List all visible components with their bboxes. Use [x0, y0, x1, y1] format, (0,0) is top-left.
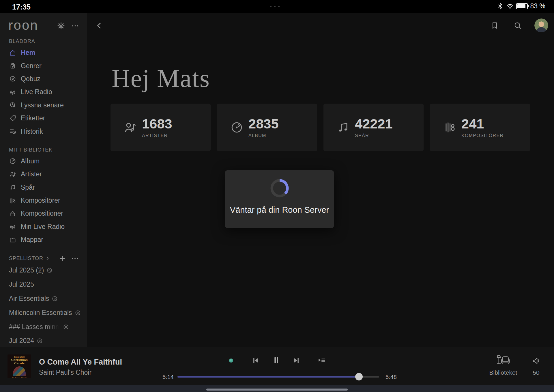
album-art-line1: Favourite — [8, 356, 31, 358]
loading-spinner — [269, 178, 290, 199]
playlist-label: Jul 2025 (2) — [9, 266, 44, 274]
composer-stat-icon — [443, 121, 456, 134]
sidebar-item-etiketter[interactable]: Etiketter — [0, 112, 87, 125]
next-track-icon[interactable] — [292, 356, 301, 365]
playlist-item-jul-2024[interactable]: Jul 2024 — [0, 334, 87, 347]
wifi-icon — [506, 3, 514, 10]
sidebar-item-label: Genrer — [21, 62, 42, 70]
home-indicator[interactable] — [206, 389, 348, 391]
chevron-right-icon — [44, 255, 51, 262]
playlist-item-jul-2025[interactable]: Jul 2025 — [0, 277, 87, 292]
player-bar: Favourite Christmas Carols St Pauls Choi… — [0, 347, 554, 385]
nav-section-title: MITT BIBLIOTEK — [9, 145, 87, 155]
playlists-title[interactable]: SPELLISTOR — [9, 253, 51, 263]
greeting-title: Hej Mats — [112, 64, 210, 93]
sidebar-item-label: Kompositioner — [21, 210, 63, 217]
volume-control[interactable]: 50 — [529, 356, 544, 376]
album-art-line3: St Pauls Choir — [8, 377, 31, 378]
seek-bar[interactable] — [177, 376, 379, 378]
sidebar-sections: BLÄDDRAHemGenrerQobuzLive RadioLyssna se… — [0, 36, 87, 246]
roon-logo: roon — [8, 17, 38, 33]
compositions-icon — [9, 210, 16, 217]
avatar[interactable] — [534, 18, 548, 32]
previous-track-icon[interactable] — [251, 356, 260, 365]
tracks-icon — [9, 184, 16, 191]
sidebar-item-label: Qobuz — [21, 75, 40, 83]
home-icon — [9, 49, 16, 57]
qobuz-badge-icon — [37, 338, 43, 344]
add-playlist-icon[interactable] — [58, 254, 66, 262]
genres-icon — [9, 62, 16, 70]
sidebar-item-artister[interactable]: Artister — [0, 168, 87, 181]
queue-icon[interactable] — [317, 356, 326, 365]
playlist-item-millencolin-essentials[interactable]: Millencolin Essentials — [0, 306, 87, 320]
artist-stat-icon — [123, 121, 137, 134]
stat-card-sp-r[interactable]: 42221SPÅR — [323, 104, 424, 151]
playlist-label: ### Lasses minnescen — [9, 323, 60, 331]
sidebar-item-min-live-radio[interactable]: Min Live Radio — [0, 220, 87, 233]
track-artist[interactable]: Saint Paul's Choir — [39, 369, 91, 376]
composers-icon — [9, 197, 16, 204]
album-art-window — [13, 366, 26, 376]
stat-card-artister[interactable]: 1683ARTISTER — [111, 104, 211, 151]
stat-label: ARTISTER — [142, 133, 172, 138]
seek-bar-knob[interactable] — [355, 373, 363, 380]
playlists-overflow-icon[interactable] — [71, 254, 79, 262]
playlist-item-jul-2025-2[interactable]: Jul 2025 (2) — [0, 263, 87, 277]
live-radio-icon — [9, 223, 16, 230]
live-radio-icon — [9, 88, 16, 96]
sidebar-item-historik[interactable]: Historik — [0, 125, 87, 138]
sidebar-item-label: Min Live Radio — [21, 223, 65, 231]
sidebar-item-album[interactable]: Album — [0, 155, 87, 168]
bottom-strip — [0, 385, 554, 392]
sidebar: roon BLÄDDRAHemGenrerQobuzLive RadioLyss… — [0, 13, 87, 347]
sidebar-item-lyssna-senare[interactable]: Lyssna senare — [0, 99, 87, 112]
playlist-list: Jul 2025 (2)Jul 2025Air EssentialsMillen… — [0, 263, 87, 347]
playlists-header: SPELLISTOR — [0, 253, 87, 263]
bookmark-icon[interactable] — [490, 21, 499, 30]
album-art[interactable]: Favourite Christmas Carols St Pauls Choi… — [8, 354, 31, 378]
speaker-icon — [531, 356, 541, 366]
sidebar-header: roon — [0, 19, 87, 33]
zone-picker[interactable]: Biblioteket — [486, 354, 520, 376]
sidebar-item-genrer[interactable]: Genrer — [0, 59, 87, 72]
volume-value: 50 — [529, 369, 544, 376]
status-bar: 17:35 83 % — [0, 0, 554, 13]
playlist-label: Jul 2025 — [9, 281, 34, 288]
settings-gear-icon[interactable] — [57, 22, 65, 30]
tags-icon — [9, 115, 16, 122]
qobuz-icon — [9, 75, 16, 83]
artists-icon — [9, 171, 16, 178]
nav-section-title: BLÄDDRA — [9, 36, 87, 46]
stat-label: KOMPOSITÖRER — [461, 133, 504, 138]
sidebar-item-sp-r[interactable]: Spår — [0, 181, 87, 194]
sidebar-item-mappar[interactable]: Mappar — [0, 233, 87, 246]
seek-bar-fill — [177, 376, 359, 378]
zone-label: Biblioteket — [486, 369, 520, 376]
qobuz-badge-icon — [75, 310, 81, 316]
sidebar-item-hem[interactable]: Hem — [0, 46, 87, 59]
back-chevron-icon[interactable] — [95, 21, 104, 30]
sidebar-item-label: Historik — [21, 128, 43, 135]
album-icon — [9, 157, 16, 165]
stat-label: ALBUM — [248, 133, 279, 138]
stat-card-komposit-rer[interactable]: 241KOMPOSITÖRER — [430, 104, 530, 151]
sidebar-item-qobuz[interactable]: Qobuz — [0, 72, 87, 85]
sidebar-item-label: Etiketter — [21, 114, 45, 122]
sidebar-overflow-icon[interactable] — [71, 22, 79, 30]
zone-room-icon — [495, 354, 512, 367]
playlist-item-air-essentials[interactable]: Air Essentials — [0, 292, 87, 306]
clock: 17:35 — [12, 3, 31, 11]
track-title[interactable]: O Come All Ye Faithful — [39, 358, 122, 367]
pause-icon[interactable] — [271, 355, 281, 365]
stat-card-album[interactable]: 2835ALBUM — [217, 104, 317, 151]
sidebar-item-kompositioner[interactable]: Kompositioner — [0, 207, 87, 220]
sidebar-item-live-radio[interactable]: Live Radio — [0, 85, 87, 98]
search-icon[interactable] — [513, 21, 522, 30]
playlist-item-lasses-minnescen[interactable]: ### Lasses minnescen — [0, 320, 87, 334]
stat-value: 42221 — [355, 117, 393, 130]
sidebar-item-komposit-rer[interactable]: Kompositörer — [0, 194, 87, 207]
playlists-title-label: SPELLISTOR — [9, 253, 43, 263]
status-icons: 83 % — [497, 2, 545, 10]
history-icon — [9, 128, 16, 135]
